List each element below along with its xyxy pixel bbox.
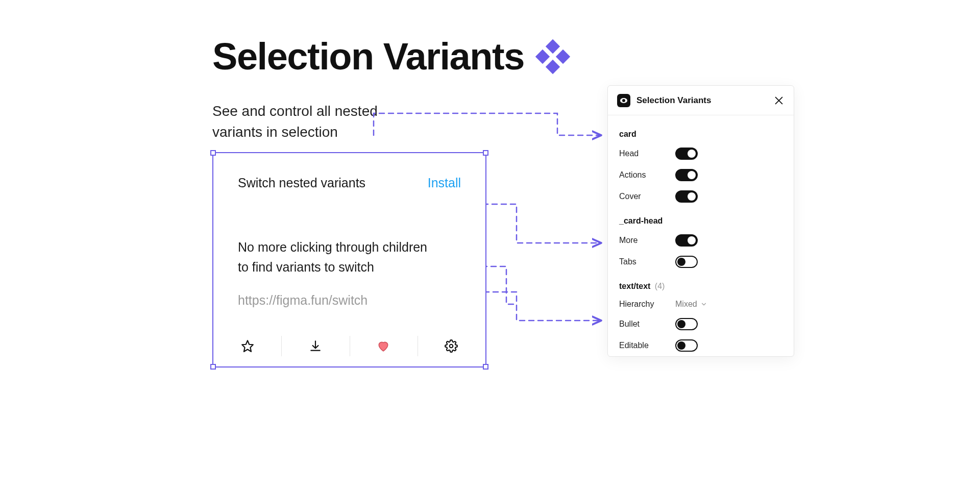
variant-prop-row: Cover bbox=[608, 186, 794, 207]
gear-icon bbox=[445, 339, 458, 353]
variant-prop-toggle[interactable] bbox=[675, 190, 698, 203]
variant-group-count: (4) bbox=[652, 282, 665, 290]
variant-prop-label: Actions bbox=[619, 170, 675, 180]
chevron-down-icon bbox=[700, 301, 707, 308]
selection-variants-panel[interactable]: Selection Variants cardHeadActionsCover_… bbox=[607, 85, 794, 357]
variant-prop-row: Head bbox=[608, 143, 794, 164]
star-button[interactable] bbox=[213, 326, 281, 366]
card-url: https://figma.fun/switch bbox=[238, 290, 461, 310]
variant-prop-row: Editable bbox=[608, 335, 794, 356]
variant-prop-row: More bbox=[608, 230, 794, 251]
variant-prop-toggle[interactable] bbox=[675, 318, 698, 330]
variant-prop-toggle[interactable] bbox=[675, 256, 698, 268]
gear-button[interactable] bbox=[418, 326, 485, 366]
svg-marker-0 bbox=[242, 340, 253, 352]
variant-group-label: _card-head bbox=[608, 207, 794, 230]
download-button[interactable] bbox=[281, 326, 349, 366]
variant-prop-row: Bullet bbox=[608, 313, 794, 335]
download-icon bbox=[309, 339, 322, 353]
variant-prop-label: Tabs bbox=[619, 257, 675, 266]
variant-prop-label: Hierarchy bbox=[619, 300, 675, 309]
variant-prop-label: More bbox=[619, 236, 675, 245]
resize-handle-tl[interactable] bbox=[210, 150, 216, 156]
variant-prop-row: Tabs bbox=[608, 251, 794, 273]
heart-icon bbox=[377, 339, 390, 353]
variant-prop-row: HierarchyMixed bbox=[608, 295, 794, 313]
svg-point-1 bbox=[450, 345, 453, 348]
page-subhead: See and control all nested variants in s… bbox=[212, 101, 427, 142]
close-icon[interactable] bbox=[773, 95, 785, 106]
star-icon bbox=[241, 339, 254, 353]
resize-handle-tr[interactable] bbox=[483, 150, 488, 156]
variant-prop-row: Actions bbox=[608, 164, 794, 186]
variant-prop-toggle[interactable] bbox=[675, 148, 698, 160]
variant-group-label: text/text (4) bbox=[608, 273, 794, 295]
variant-prop-toggle[interactable] bbox=[675, 234, 698, 247]
heart-button[interactable] bbox=[350, 326, 418, 366]
variant-prop-label: Head bbox=[619, 149, 675, 158]
card-actions bbox=[213, 326, 485, 366]
variant-prop-label: Bullet bbox=[619, 320, 675, 329]
variant-prop-toggle[interactable] bbox=[675, 339, 698, 352]
install-link[interactable]: Install bbox=[428, 176, 461, 190]
plugin-icon bbox=[617, 94, 630, 107]
page-title: Selection Variants bbox=[212, 35, 524, 78]
panel-title: Selection Variants bbox=[636, 95, 767, 106]
selected-canvas-card[interactable]: Switch nested variants Install No more c… bbox=[212, 152, 486, 368]
variant-prop-toggle[interactable] bbox=[675, 169, 698, 181]
card-body-line2: to find variants to switch bbox=[238, 257, 461, 277]
variant-group-label: card bbox=[608, 120, 794, 143]
variant-prop-label: Editable bbox=[619, 341, 675, 350]
variant-prop-label: Cover bbox=[619, 192, 675, 201]
variant-prop-select[interactable]: Mixed bbox=[675, 300, 707, 309]
diamond-logo bbox=[537, 41, 568, 72]
card-title: Switch nested variants bbox=[238, 176, 365, 190]
card-body-line1: No more clicking through children bbox=[238, 237, 461, 257]
